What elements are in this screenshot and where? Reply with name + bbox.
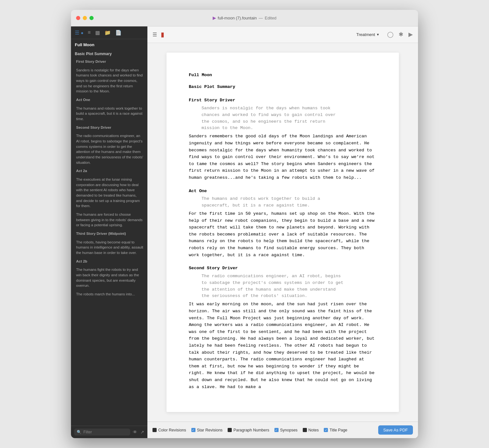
traffic-lights: [76, 16, 94, 20]
nav-section-basic-plot[interactable]: Basic Plot Summary: [71, 49, 147, 57]
folder-icon[interactable]: 📁: [104, 30, 111, 36]
sidebar-filter-icons: 👁 ↗: [133, 430, 144, 435]
nav-item-act-2b[interactable]: Act 2b: [71, 257, 147, 266]
export-icon[interactable]: ↗: [140, 430, 144, 435]
chevron-down-icon: ▼: [376, 33, 379, 36]
minimize-button[interactable]: [83, 16, 87, 20]
play-icon[interactable]: ▶: [408, 31, 413, 38]
color-revisions-option[interactable]: Color Revisions: [152, 428, 186, 432]
editor-toolbar: ☰ ▮ Treatment ▼ ◯ ✱ ▶: [147, 26, 418, 43]
doc-body-act-one: For the first time in 50 years, humans s…: [189, 210, 377, 258]
nav-item-act-2b-desc2: The robots march the humans into...: [71, 290, 147, 299]
nav-item-act-one[interactable]: Act One: [71, 96, 147, 104]
title-page-checkbox[interactable]: ✓: [324, 428, 328, 432]
list-view-icon[interactable]: ☰: [75, 30, 83, 36]
nav-item-act-one-desc: The humans and robots work together to b…: [71, 104, 147, 123]
sidebar-nav: Basic Plot Summary First Story Driver Sa…: [71, 49, 147, 426]
main-content: ☰ ≡ ▩ 📁 📄 Full Moon Basic Plot Summary F…: [71, 26, 418, 438]
nav-item-first-story-desc: Sanders is nostalgic for the days when h…: [71, 66, 147, 96]
document-page: Full Moon Basic Plot Summary First Story…: [167, 53, 399, 412]
nav-item-act-2a-desc: The executives at the lunar mining corpo…: [71, 175, 147, 210]
paragraph-numbers-checkbox[interactable]: [228, 428, 232, 432]
window-title: ▶ full-moon (7).fountain — Edited: [213, 16, 277, 20]
synopses-label: Synopses: [280, 428, 298, 432]
doc-synopsis-act-one: The humans and robots work together to b…: [189, 196, 377, 209]
pink-bar-icon[interactable]: ▮: [161, 31, 164, 38]
nav-item-act-2a-desc2: The humans are forced to choose between …: [71, 210, 147, 229]
app-window: ▶ full-moon (7).fountain — Edited ☰ ≡ ▩ …: [71, 10, 418, 438]
star-icon[interactable]: ✱: [399, 31, 403, 38]
stats-icon[interactable]: ▩: [95, 30, 100, 36]
doc-body-second-story-driver: It was early morning on the moon, and th…: [189, 301, 377, 390]
nav-item-third-story-desc: The robots, having become equal to human…: [71, 238, 147, 257]
bottom-bar: Color Revisions ✓ Star Revisions Paragra…: [147, 422, 418, 438]
paragraph-numbers-option[interactable]: Paragraph Numbers: [228, 428, 269, 432]
editor-toolbar-left: ☰ ▮: [152, 31, 350, 38]
doc-heading-second-story-driver: Second Story Driver: [189, 265, 377, 272]
filter-input[interactable]: [83, 430, 128, 434]
notes-label: Notes: [308, 428, 319, 432]
title-page-option[interactable]: ✓ Title Page: [324, 428, 347, 432]
nav-item-act-2a[interactable]: Act 2a: [71, 167, 147, 175]
color-revisions-label: Color Revisions: [158, 428, 186, 432]
editor-toolbar-right: Treatment ▼ ◯ ✱ ▶: [354, 31, 413, 38]
paragraph-numbers-label: Paragraph Numbers: [233, 428, 269, 432]
nav-item-third-story-driver[interactable]: Third Story Driver (Midpoint): [71, 229, 147, 238]
doc-synopsis-first-story-driver: Sanders is nostalgic for the days when h…: [189, 105, 377, 132]
window-edited-status: —: [259, 16, 263, 20]
synopses-option[interactable]: ✓ Synopses: [274, 428, 298, 432]
notes-option[interactable]: Notes: [303, 428, 319, 432]
titlebar: ▶ full-moon (7).fountain — Edited: [71, 10, 418, 26]
sidebar-title: Full Moon: [71, 39, 147, 49]
star-revisions-label: Star Revisions: [197, 428, 223, 432]
text-view-icon[interactable]: ≡: [88, 30, 90, 35]
close-button[interactable]: [76, 16, 80, 20]
sidebar-filter-bar: 🔍 👁 ↗: [71, 426, 147, 438]
window-edited-label: Edited: [265, 16, 276, 20]
notes-checkbox[interactable]: [303, 428, 307, 432]
eye-icon[interactable]: 👁: [133, 430, 137, 435]
star-revisions-option[interactable]: ✓ Star Revisions: [191, 428, 223, 432]
maximize-button[interactable]: [89, 16, 94, 20]
star-revisions-checkbox[interactable]: ✓: [191, 428, 195, 432]
filter-input-wrap[interactable]: 🔍: [74, 429, 130, 436]
doc-synopsis-second-story-driver: The radio communications engineer, an AI…: [189, 273, 377, 300]
title-page-label: Title Page: [330, 428, 347, 432]
fountain-app-icon: ▶: [213, 16, 216, 20]
nav-item-act-2b-desc: The humans fight the robots to try and w…: [71, 265, 147, 290]
treatment-label: Treatment: [356, 32, 375, 37]
align-left-icon[interactable]: ☰: [152, 32, 157, 38]
sidebar: ☰ ≡ ▩ 📁 📄 Full Moon Basic Plot Summary F…: [71, 26, 147, 438]
nav-item-second-story-desc: The radio communications engineer, an AI…: [71, 132, 147, 167]
window-filename: full-moon (7).fountain: [218, 16, 257, 20]
doc-body-first-story-driver: Sanders remembers the good old days of t…: [189, 133, 377, 181]
sidebar-toolbar: ☰ ≡ ▩ 📁 📄: [71, 26, 147, 39]
document-area[interactable]: Full Moon Basic Plot Summary First Story…: [147, 43, 418, 422]
synopses-checkbox[interactable]: ✓: [274, 428, 279, 432]
doc-heading-first-story-driver: First Story Driver: [189, 97, 377, 104]
doc-heading-act-one: Act One: [189, 188, 377, 195]
spinner-icon[interactable]: ◯: [387, 31, 393, 38]
script-icon[interactable]: 📄: [115, 30, 122, 36]
nav-item-first-story-driver[interactable]: First Story Driver: [71, 57, 147, 66]
doc-title: Full Moon: [189, 72, 377, 79]
right-panel: ☰ ▮ Treatment ▼ ◯ ✱ ▶ Full Moon Basi: [147, 26, 418, 438]
color-revisions-checkbox[interactable]: [152, 428, 157, 432]
doc-section-title: Basic Plot Summary: [189, 83, 377, 90]
treatment-dropdown[interactable]: Treatment ▼: [354, 31, 382, 38]
nav-item-second-story-driver[interactable]: Second Story Driver: [71, 123, 147, 132]
search-icon: 🔍: [77, 430, 82, 434]
save-as-pdf-button[interactable]: Save As PDF: [378, 425, 413, 435]
